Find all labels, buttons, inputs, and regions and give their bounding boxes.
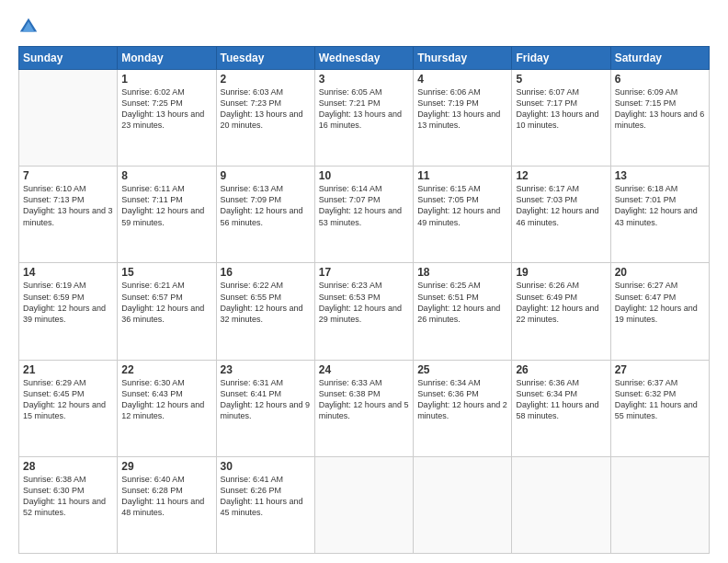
day-info: Sunrise: 6:22 AMSunset: 6:55 PMDaylight:… (221, 280, 311, 325)
weekday-saturday: Saturday (610, 47, 709, 70)
day-cell: 16Sunrise: 6:22 AMSunset: 6:55 PMDayligh… (216, 263, 314, 360)
day-number: 26 (516, 363, 606, 376)
day-number: 19 (516, 266, 606, 279)
day-info: Sunrise: 6:29 AMSunset: 6:45 PMDaylight:… (23, 377, 113, 422)
day-cell: 11Sunrise: 6:15 AMSunset: 7:05 PMDayligh… (414, 167, 512, 263)
day-number: 28 (23, 460, 113, 473)
week-row-1: 1Sunrise: 6:02 AMSunset: 7:25 PMDaylight… (19, 70, 710, 167)
day-number: 25 (417, 363, 507, 376)
day-number: 15 (121, 266, 211, 279)
day-cell: 24Sunrise: 6:33 AMSunset: 6:38 PMDayligh… (314, 360, 413, 456)
day-number: 1 (121, 73, 211, 86)
day-info: Sunrise: 6:14 AMSunset: 7:07 PMDaylight:… (319, 183, 409, 228)
day-cell: 27Sunrise: 6:37 AMSunset: 6:32 PMDayligh… (610, 360, 709, 456)
day-info: Sunrise: 6:40 AMSunset: 6:28 PMDaylight:… (121, 474, 211, 519)
day-cell: 8Sunrise: 6:11 AMSunset: 7:11 PMDaylight… (118, 167, 216, 263)
day-info: Sunrise: 6:23 AMSunset: 6:53 PMDaylight:… (319, 280, 409, 325)
day-info: Sunrise: 6:02 AMSunset: 7:25 PMDaylight:… (121, 86, 211, 132)
day-info: Sunrise: 6:17 AMSunset: 7:03 PMDaylight:… (516, 183, 606, 228)
day-cell: 19Sunrise: 6:26 AMSunset: 6:49 PMDayligh… (512, 263, 610, 360)
day-info: Sunrise: 6:30 AMSunset: 6:43 PMDaylight:… (121, 377, 211, 422)
day-info: Sunrise: 6:37 AMSunset: 6:32 PMDaylight:… (615, 377, 705, 422)
day-cell: 7Sunrise: 6:10 AMSunset: 7:13 PMDaylight… (19, 167, 118, 263)
day-cell: 3Sunrise: 6:05 AMSunset: 7:21 PMDaylight… (314, 70, 413, 167)
day-info: Sunrise: 6:07 AMSunset: 7:17 PMDaylight:… (516, 86, 606, 132)
day-number: 9 (221, 169, 311, 182)
day-number: 13 (615, 169, 705, 182)
day-info: Sunrise: 6:27 AMSunset: 6:47 PMDaylight:… (615, 280, 705, 325)
weekday-monday: Monday (118, 47, 216, 70)
day-number: 30 (221, 460, 311, 473)
day-cell: 2Sunrise: 6:03 AMSunset: 7:23 PMDaylight… (216, 70, 314, 167)
day-cell: 29Sunrise: 6:40 AMSunset: 6:28 PMDayligh… (118, 456, 216, 553)
day-number: 11 (417, 169, 507, 182)
day-number: 22 (121, 363, 211, 376)
day-cell: 25Sunrise: 6:34 AMSunset: 6:36 PMDayligh… (414, 360, 512, 456)
day-info: Sunrise: 6:38 AMSunset: 6:30 PMDaylight:… (23, 474, 113, 519)
day-number: 10 (319, 169, 409, 182)
calendar: SundayMondayTuesdayWednesdayThursdayFrid… (18, 46, 710, 554)
weekday-thursday: Thursday (414, 47, 512, 70)
weekday-header-row: SundayMondayTuesdayWednesdayThursdayFrid… (19, 47, 710, 70)
day-cell: 15Sunrise: 6:21 AMSunset: 6:57 PMDayligh… (118, 263, 216, 360)
day-number: 23 (221, 363, 311, 376)
day-cell: 13Sunrise: 6:18 AMSunset: 7:01 PMDayligh… (610, 167, 709, 263)
day-cell: 18Sunrise: 6:25 AMSunset: 6:51 PMDayligh… (414, 263, 512, 360)
day-number: 27 (615, 363, 705, 376)
day-number: 2 (221, 73, 311, 86)
day-cell: 21Sunrise: 6:29 AMSunset: 6:45 PMDayligh… (19, 360, 118, 456)
day-info: Sunrise: 6:34 AMSunset: 6:36 PMDaylight:… (417, 377, 507, 422)
day-info: Sunrise: 6:18 AMSunset: 7:01 PMDaylight:… (615, 183, 705, 228)
day-number: 14 (23, 266, 113, 279)
day-cell (610, 456, 709, 553)
day-cell: 10Sunrise: 6:14 AMSunset: 7:07 PMDayligh… (314, 167, 413, 263)
day-cell: 12Sunrise: 6:17 AMSunset: 7:03 PMDayligh… (512, 167, 610, 263)
day-number: 20 (615, 266, 705, 279)
week-row-5: 28Sunrise: 6:38 AMSunset: 6:30 PMDayligh… (19, 456, 710, 553)
day-number: 24 (319, 363, 409, 376)
day-number: 16 (221, 266, 311, 279)
day-cell: 26Sunrise: 6:36 AMSunset: 6:34 PMDayligh… (512, 360, 610, 456)
weekday-sunday: Sunday (19, 47, 118, 70)
day-cell: 9Sunrise: 6:13 AMSunset: 7:09 PMDaylight… (216, 167, 314, 263)
day-info: Sunrise: 6:05 AMSunset: 7:21 PMDaylight:… (319, 86, 409, 132)
day-info: Sunrise: 6:36 AMSunset: 6:34 PMDaylight:… (516, 377, 606, 422)
day-number: 4 (417, 73, 507, 86)
day-cell (314, 456, 413, 553)
day-info: Sunrise: 6:15 AMSunset: 7:05 PMDaylight:… (417, 183, 507, 228)
day-info: Sunrise: 6:06 AMSunset: 7:19 PMDaylight:… (417, 86, 507, 132)
day-cell: 30Sunrise: 6:41 AMSunset: 6:26 PMDayligh… (216, 456, 314, 553)
week-row-4: 21Sunrise: 6:29 AMSunset: 6:45 PMDayligh… (19, 360, 710, 456)
day-number: 12 (516, 169, 606, 182)
day-info: Sunrise: 6:13 AMSunset: 7:09 PMDaylight:… (221, 183, 311, 228)
weekday-wednesday: Wednesday (314, 47, 413, 70)
logo (18, 17, 40, 39)
day-number: 21 (23, 363, 113, 376)
day-cell: 5Sunrise: 6:07 AMSunset: 7:17 PMDaylight… (512, 70, 610, 167)
day-cell: 1Sunrise: 6:02 AMSunset: 7:25 PMDaylight… (118, 70, 216, 167)
day-number: 18 (417, 266, 507, 279)
weekday-friday: Friday (512, 47, 610, 70)
day-cell: 22Sunrise: 6:30 AMSunset: 6:43 PMDayligh… (118, 360, 216, 456)
day-cell: 4Sunrise: 6:06 AMSunset: 7:19 PMDaylight… (414, 70, 512, 167)
day-cell: 6Sunrise: 6:09 AMSunset: 7:15 PMDaylight… (610, 70, 709, 167)
day-info: Sunrise: 6:33 AMSunset: 6:38 PMDaylight:… (319, 377, 409, 422)
day-info: Sunrise: 6:11 AMSunset: 7:11 PMDaylight:… (121, 183, 211, 228)
day-info: Sunrise: 6:21 AMSunset: 6:57 PMDaylight:… (121, 280, 211, 325)
day-cell: 23Sunrise: 6:31 AMSunset: 6:41 PMDayligh… (216, 360, 314, 456)
day-number: 17 (319, 266, 409, 279)
day-cell: 20Sunrise: 6:27 AMSunset: 6:47 PMDayligh… (610, 263, 709, 360)
day-number: 29 (121, 460, 211, 473)
day-number: 7 (23, 169, 113, 182)
week-row-2: 7Sunrise: 6:10 AMSunset: 7:13 PMDaylight… (19, 167, 710, 263)
day-cell (19, 70, 118, 167)
day-info: Sunrise: 6:31 AMSunset: 6:41 PMDaylight:… (221, 377, 311, 422)
day-number: 6 (615, 73, 705, 86)
day-info: Sunrise: 6:10 AMSunset: 7:13 PMDaylight:… (23, 183, 113, 228)
day-cell: 14Sunrise: 6:19 AMSunset: 6:59 PMDayligh… (19, 263, 118, 360)
day-number: 3 (319, 73, 409, 86)
day-info: Sunrise: 6:25 AMSunset: 6:51 PMDaylight:… (417, 280, 507, 325)
week-row-3: 14Sunrise: 6:19 AMSunset: 6:59 PMDayligh… (19, 263, 710, 360)
day-cell: 17Sunrise: 6:23 AMSunset: 6:53 PMDayligh… (314, 263, 413, 360)
day-info: Sunrise: 6:03 AMSunset: 7:23 PMDaylight:… (221, 86, 311, 132)
